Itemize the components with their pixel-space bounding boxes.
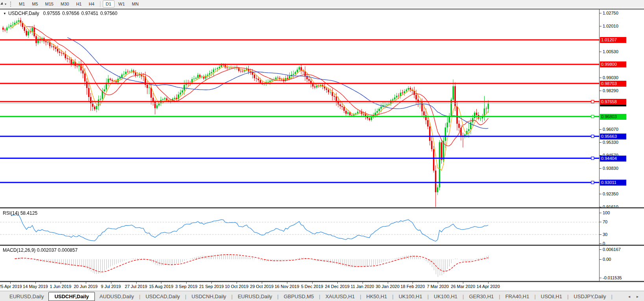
timeframe-button-m15[interactable]: M15 (42, 0, 57, 7)
price-badge: 0.94404 (600, 156, 626, 162)
rsi-indicator-canvas[interactable] (0, 209, 599, 245)
price-tick-label: 1.02750 (603, 11, 618, 16)
chart-tab-hk50-h1[interactable]: HK50,H1 (362, 292, 392, 301)
rsi-tick-label: 30 (603, 232, 607, 237)
macd-tick-label: -0.011535 (603, 275, 622, 281)
chart-title-overlay: ▼ USDCHF,Daily 0.97555 0.97656 0.97451 0… (3, 11, 119, 16)
tab-separator: | (427, 294, 429, 299)
chart-tab-ger30-h1[interactable]: GER30,H1 (464, 292, 498, 301)
chart-tab-usdcnh-daily[interactable]: USDCNH,Daily (187, 292, 231, 301)
date-label: 29 Oct 2019 (250, 284, 274, 289)
tab-separator: | (567, 294, 568, 299)
date-tick-mark (237, 282, 237, 284)
chart-tab-xauusd-h1[interactable]: XAUUSD,H1 (321, 292, 359, 301)
date-label: 9 Jul 2019 (101, 284, 121, 289)
price-tick-label: 0.95330 (603, 140, 618, 145)
date-axis[interactable]: 25 Apr 201914 May 20191 Jun 201920 Jun 2… (0, 282, 644, 291)
macd-tick-label: 0.006167 (603, 247, 621, 252)
date-label: 3 Sep 2019 (175, 284, 197, 289)
chart-tab-fra40-h1[interactable]: FRA40,H1 (501, 292, 534, 301)
date-label: 27 Jul 2019 (125, 284, 147, 289)
timeframe-button-m1[interactable]: M1 (16, 0, 28, 7)
date-label: 15 Aug 2019 (149, 284, 173, 289)
date-label: 1 Jun 2019 (50, 284, 71, 289)
date-label: 14 Apr 2020 (476, 284, 500, 289)
date-label: 20 Jun 2019 (74, 284, 98, 289)
macd-indicator-canvas[interactable] (0, 246, 599, 281)
ohlc-close: 0.97560 (100, 11, 117, 16)
date-label: 30 Jan 2020 (376, 284, 400, 289)
chart-tab-uk100-h1[interactable]: UK100,H1 (429, 292, 462, 301)
cursor-tool-button[interactable]: ▾ (1, 2, 8, 6)
chart-tab-eurusd-daily[interactable]: EURUSD,Daily (233, 292, 277, 301)
chart-tab-usoil-h1[interactable]: USOil,H1 (536, 292, 567, 301)
price-badge: 1.01207 (600, 37, 626, 43)
chart-tab-usdcad-daily[interactable]: USDCAD,Daily (141, 292, 185, 301)
rsi-macd-separator[interactable] (0, 245, 644, 246)
chart-tab-usdchf-daily[interactable]: USDCHF,Daily (48, 292, 94, 301)
date-tick-mark (488, 282, 489, 284)
rsi-tick-mark (600, 243, 601, 244)
macd-tick-mark (600, 278, 601, 278)
rsi-tick-mark (600, 234, 601, 235)
rsi-tick-label: 70 (603, 219, 607, 225)
tab-separator: | (463, 294, 464, 299)
date-label: 5 Dec 2019 (301, 284, 323, 289)
timeframe-buttons: M1M5M15M30H1H4D1W1MN (15, 0, 142, 7)
date-tick-mark (312, 282, 313, 284)
date-label: 21 Sep 2019 (199, 284, 224, 289)
timeframe-button-mn[interactable]: MN (129, 0, 142, 7)
price-tick-label: 0.99030 (603, 75, 618, 80)
macd-tick-label: 0.00 (603, 257, 611, 262)
date-tick-mark (438, 282, 438, 284)
collapse-triangle-icon[interactable]: ▼ (3, 12, 6, 15)
price-badge: 0.97658 (600, 99, 626, 105)
date-tick-mark (211, 282, 212, 284)
price-tick-mark (600, 52, 601, 52)
main-rsi-separator[interactable] (0, 207, 644, 208)
timeframe-button-d1[interactable]: D1 (103, 0, 115, 7)
price-tick-mark (600, 194, 601, 194)
price-tick-mark (600, 26, 601, 26)
timeframe-button-w1[interactable]: W1 (115, 0, 128, 7)
timeframe-button-m5[interactable]: M5 (29, 0, 41, 7)
date-tick-mark (388, 282, 388, 284)
chart-tab-gbpusd-m5[interactable]: GBPUSD,M5 (279, 292, 319, 301)
price-tick-label: 0.98290 (603, 88, 618, 93)
date-tick-mark (61, 282, 61, 284)
date-tick-mark (262, 282, 262, 284)
timeframe-button-h4[interactable]: H4 (85, 0, 97, 7)
price-badge: 0.99800 (600, 61, 626, 67)
ohlc-low: 0.97451 (81, 11, 98, 16)
chart-tab-bar: EURUSD,DailyUSDCHF,DailyAUDUSD,Daily|USD… (0, 291, 644, 301)
price-tick-mark (600, 78, 601, 78)
tab-separator: | (392, 294, 393, 299)
tab-separator: | (139, 294, 140, 299)
toolbar-grip-handle[interactable] (10, 2, 12, 7)
date-tick-mark (86, 282, 86, 284)
price-badge: 0.95663 (600, 134, 626, 139)
tab-separator: | (360, 294, 361, 299)
timeframe-button-h1[interactable]: H1 (73, 0, 85, 7)
tab-scroll-right-icon[interactable]: ▸ (637, 294, 638, 299)
price-tick-mark (600, 13, 601, 13)
rsi-tick-mark (600, 213, 601, 213)
main-chart-canvas[interactable] (0, 9, 599, 207)
rsi-tick-label: 100 (603, 210, 610, 216)
date-tick-mark (186, 282, 187, 284)
tab-separator: | (534, 294, 535, 299)
chart-tab-eurusd-daily[interactable]: EURUSD,Daily (5, 292, 48, 301)
timeframe-button-m30[interactable]: M30 (57, 0, 72, 7)
tab-separator: | (231, 294, 233, 299)
tab-scroll-left-icon[interactable]: ◂ (628, 294, 630, 299)
chart-tab-usdjpy-daily[interactable]: USDJPY,Daily (569, 292, 611, 301)
price-tick-label: 1.02010 (603, 24, 618, 29)
chart-tab-audusd-daily[interactable]: AUDUSD,Daily (95, 292, 139, 301)
tab-separator: | (611, 294, 612, 299)
chart-tab-uk100-h1[interactable]: UK100,H1 (394, 292, 427, 301)
date-tick-mark (136, 282, 137, 284)
date-label: 18 Feb 2020 (401, 284, 425, 289)
tab-separator: | (319, 294, 320, 299)
timeframe-toolbar: ▾ M1M5M15M30H1H4D1W1MN (0, 0, 644, 8)
macd-tick-mark (600, 249, 601, 250)
